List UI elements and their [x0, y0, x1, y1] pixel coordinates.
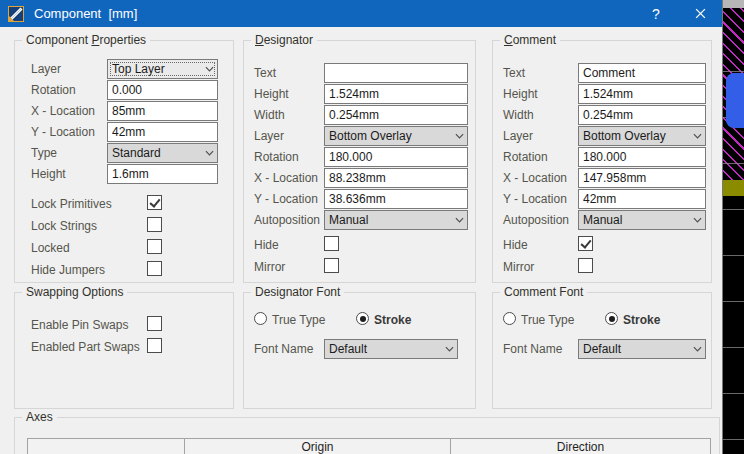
comment-rotation-label: Rotation	[503, 150, 548, 164]
lock-strings-checkbox[interactable]	[147, 217, 162, 232]
cp-layer-value: Top Layer	[112, 62, 201, 76]
cp-rotation-input[interactable]	[107, 80, 218, 100]
comment-font-group: Comment Font True Type Stroke Font Name …	[492, 292, 712, 409]
chevron-down-icon	[201, 66, 217, 72]
locked-checkbox[interactable]	[147, 239, 162, 254]
designator-mirror-checkbox[interactable]	[324, 258, 339, 273]
hide-jumpers-checkbox[interactable]	[147, 261, 162, 276]
cp-x-location-input[interactable]	[107, 101, 218, 121]
designator-y-location-label: Y - Location	[254, 192, 318, 206]
designator-hide-label: Hide	[254, 238, 279, 252]
comment-mirror-label: Mirror	[503, 260, 534, 274]
window-title: Component [mm]	[34, 6, 634, 21]
comment-y-location-input[interactable]	[578, 189, 706, 209]
enable-pin-swaps-label: Enable Pin Swaps	[31, 318, 128, 332]
designator-autoposition-label: Autoposition	[254, 213, 320, 227]
comment-height-input[interactable]	[578, 84, 706, 104]
comment-layer-label: Layer	[503, 129, 533, 143]
comment-stroke-label: Stroke	[623, 313, 660, 327]
cp-type-value: Standard	[112, 146, 201, 160]
component-dialog: Component [mm] ? Component Properties La…	[0, 0, 723, 454]
designator-font-name-value: Default	[329, 342, 441, 356]
comment-truetype-radio[interactable]	[503, 312, 516, 325]
designator-title: Designator	[251, 33, 317, 48]
lock-primitives-checkbox[interactable]	[147, 195, 162, 210]
comment-rotation-input[interactable]	[578, 147, 706, 167]
chevron-down-icon	[451, 133, 467, 139]
comment-title: Comment	[500, 33, 560, 48]
comment-text-label: Text	[503, 66, 525, 80]
designator-stroke-radio[interactable]	[356, 312, 369, 325]
designator-font-title: Designator Font	[251, 285, 344, 300]
chevron-down-icon	[451, 217, 467, 223]
designator-font-name-label: Font Name	[254, 342, 313, 356]
designator-layer-dropdown[interactable]: Bottom Overlay	[324, 126, 468, 146]
comment-hide-label: Hide	[503, 238, 528, 252]
designator-text-label: Text	[254, 66, 276, 80]
designator-hide-checkbox[interactable]	[324, 236, 339, 251]
comment-text-input[interactable]	[578, 63, 706, 83]
lock-primitives-label: Lock Primitives	[31, 197, 112, 211]
swapping-options-title: Swapping Options	[22, 285, 127, 300]
cp-type-dropdown[interactable]: Standard	[107, 143, 218, 163]
comment-width-input[interactable]	[578, 105, 706, 125]
designator-truetype-label: True Type	[272, 313, 325, 327]
chevron-down-icon	[441, 346, 457, 352]
pcb-toolbar-edge	[723, 0, 744, 8]
comment-layer-dropdown[interactable]: Bottom Overlay	[578, 126, 706, 146]
component-properties-group: Component Properties Layer Top Layer Rot…	[14, 40, 234, 283]
designator-height-input[interactable]	[324, 84, 468, 104]
hide-jumpers-label: Hide Jumpers	[31, 263, 105, 277]
title-bar: Component [mm] ?	[0, 0, 722, 27]
axes-title: Axes	[22, 410, 57, 425]
comment-mirror-checkbox[interactable]	[578, 258, 593, 273]
designator-mirror-label: Mirror	[254, 260, 285, 274]
comment-font-name-dropdown[interactable]: Default	[578, 339, 706, 359]
chevron-down-icon	[689, 217, 705, 223]
locked-label: Locked	[31, 241, 70, 255]
designator-group: Designator Text Height Width Layer Botto…	[243, 40, 476, 283]
enable-pin-swaps-checkbox[interactable]	[147, 316, 162, 331]
comment-height-label: Height	[503, 87, 538, 101]
cp-y-location-label: Y - Location	[31, 125, 95, 139]
cp-layer-dropdown[interactable]: Top Layer	[107, 59, 218, 79]
pcb-editor-background	[723, 0, 744, 454]
comment-autoposition-value: Manual	[583, 213, 689, 227]
comment-autoposition-label: Autoposition	[503, 213, 569, 227]
designator-truetype-radio[interactable]	[254, 312, 267, 325]
enabled-part-swaps-checkbox[interactable]	[147, 338, 162, 353]
chevron-down-icon	[689, 346, 705, 352]
designator-x-location-input[interactable]	[324, 168, 468, 188]
cp-height-input[interactable]	[107, 164, 218, 184]
axes-group: Axes Origin Direction	[14, 417, 720, 454]
designator-width-input[interactable]	[324, 105, 468, 125]
comment-truetype-label: True Type	[521, 313, 574, 327]
cp-x-location-label: X - Location	[31, 104, 95, 118]
comment-width-label: Width	[503, 108, 534, 122]
cp-y-location-input[interactable]	[107, 122, 218, 142]
designator-text-input[interactable]	[324, 63, 468, 83]
enabled-part-swaps-label: Enabled Part Swaps	[31, 340, 140, 354]
designator-x-location-label: X - Location	[254, 171, 318, 185]
comment-font-name-label: Font Name	[503, 342, 562, 356]
designator-width-label: Width	[254, 108, 285, 122]
help-button[interactable]: ?	[634, 0, 678, 27]
designator-rotation-input[interactable]	[324, 147, 468, 167]
comment-stroke-radio[interactable]	[605, 312, 618, 325]
comment-autoposition-dropdown[interactable]: Manual	[578, 210, 706, 230]
close-button[interactable]	[678, 0, 722, 27]
comment-group: Comment Text Height Width Layer Bottom O…	[492, 40, 712, 283]
pcb-blue-shape	[726, 73, 744, 128]
axes-header-direction: Direction	[450, 438, 711, 454]
app-icon	[8, 6, 24, 22]
designator-autoposition-dropdown[interactable]: Manual	[324, 210, 468, 230]
comment-y-location-label: Y - Location	[503, 192, 567, 206]
cp-type-label: Type	[31, 146, 57, 160]
designator-rotation-label: Rotation	[254, 150, 299, 164]
cp-height-label: Height	[31, 167, 66, 181]
comment-x-location-input[interactable]	[578, 168, 706, 188]
designator-y-location-input[interactable]	[324, 189, 468, 209]
designator-font-name-dropdown[interactable]: Default	[324, 339, 458, 359]
axes-header-blank	[27, 438, 185, 454]
comment-hide-checkbox[interactable]	[578, 236, 593, 251]
